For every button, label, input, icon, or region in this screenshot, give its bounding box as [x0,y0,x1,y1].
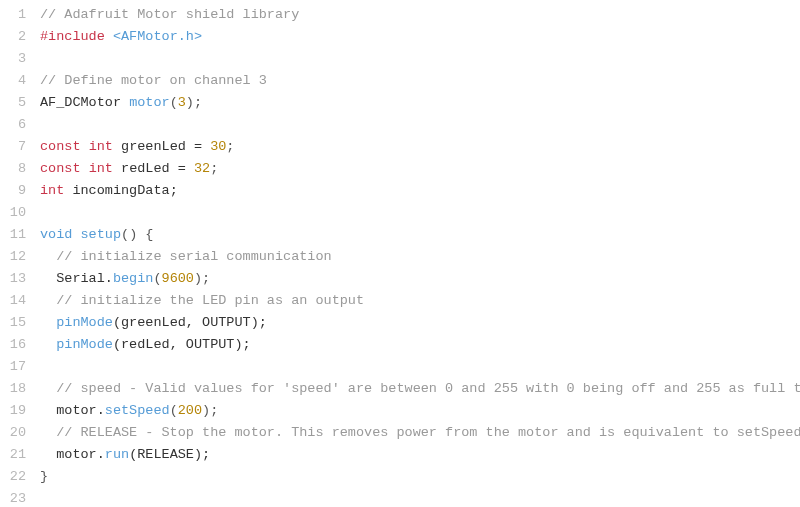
code-line: } [40,466,800,488]
token [40,337,56,352]
code-line [40,488,800,507]
line-number: 21 [0,444,26,466]
token: 200 [178,403,202,418]
token: // initialize serial communication [56,249,331,264]
line-number: 20 [0,422,26,444]
token: 3 [178,95,186,110]
token [81,139,89,154]
token: ); [202,403,218,418]
token: (redLed, OUTPUT); [113,337,251,352]
line-number: 3 [0,48,26,70]
token: const [40,139,81,154]
line-number: 15 [0,312,26,334]
token: #include [40,29,105,44]
code-line [40,356,800,378]
token [40,381,56,396]
code-line: #include <AFMotor.h> [40,26,800,48]
token: void [40,227,72,242]
token: // Define motor on channel 3 [40,73,267,88]
line-number: 4 [0,70,26,92]
token: ; [226,139,234,154]
token: setup [81,227,122,242]
token: (greenLed, OUTPUT); [113,315,267,330]
line-number: 18 [0,378,26,400]
line-number: 14 [0,290,26,312]
line-number: 11 [0,224,26,246]
line-number: 7 [0,136,26,158]
code-line: // Define motor on channel 3 [40,70,800,92]
token: motor. [40,447,105,462]
token: setSpeed [105,403,170,418]
token: ( [170,403,178,418]
token: ); [194,271,210,286]
token: const [40,161,81,176]
line-number: 17 [0,356,26,378]
code-line: // initialize serial communication [40,246,800,268]
token: ( [153,271,161,286]
token: ; [210,161,218,176]
token: pinMode [56,315,113,330]
line-number: 5 [0,92,26,114]
line-number: 6 [0,114,26,136]
line-number: 22 [0,466,26,488]
token: int [89,161,113,176]
token: // initialize the LED pin as an output [56,293,364,308]
token: // Adafruit Motor shield library [40,7,299,22]
code-line: motor.setSpeed(200); [40,400,800,422]
token: <AFMotor.h> [113,29,202,44]
token: Serial. [40,271,113,286]
token: begin [113,271,154,286]
token: ); [186,95,202,110]
code-area: // Adafruit Motor shield library#include… [40,4,800,507]
code-line [40,48,800,70]
line-number-gutter: 1234567891011121314151617181920212223 [0,4,40,507]
token: // RELEASE - Stop the motor. This remove… [56,425,800,440]
token [81,161,89,176]
token: ( [170,95,178,110]
code-line [40,202,800,224]
token: } [40,469,48,484]
token: (RELEASE); [129,447,210,462]
code-editor: 1234567891011121314151617181920212223 //… [0,0,800,507]
token [40,315,56,330]
token: motor. [40,403,105,418]
line-number: 1 [0,4,26,26]
code-line: const int greenLed = 30; [40,136,800,158]
line-number: 8 [0,158,26,180]
token: // speed - Valid values for 'speed' are … [56,381,800,396]
code-line: void setup() { [40,224,800,246]
token: 30 [210,139,226,154]
code-line: const int redLed = 32; [40,158,800,180]
token [72,227,80,242]
token: int [40,183,64,198]
token: int [89,139,113,154]
code-line: pinMode(greenLed, OUTPUT); [40,312,800,334]
code-line: Serial.begin(9600); [40,268,800,290]
line-number: 13 [0,268,26,290]
code-line: motor.run(RELEASE); [40,444,800,466]
code-line: // Adafruit Motor shield library [40,4,800,26]
token: greenLed = [113,139,210,154]
token: redLed = [113,161,194,176]
line-number: 2 [0,26,26,48]
line-number: 9 [0,180,26,202]
token: 9600 [162,271,194,286]
code-line: // speed - Valid values for 'speed' are … [40,378,800,400]
token: incomingData; [64,183,177,198]
token: () { [121,227,153,242]
code-line: // RELEASE - Stop the motor. This remove… [40,422,800,444]
token [105,29,113,44]
line-number: 10 [0,202,26,224]
code-line: // initialize the LED pin as an output [40,290,800,312]
line-number: 23 [0,488,26,507]
token: pinMode [56,337,113,352]
token: 32 [194,161,210,176]
line-number: 12 [0,246,26,268]
code-line: int incomingData; [40,180,800,202]
token [40,249,56,264]
code-line: pinMode(redLed, OUTPUT); [40,334,800,356]
token [40,293,56,308]
token [40,425,56,440]
token: AF_DCMotor [40,95,129,110]
line-number: 16 [0,334,26,356]
